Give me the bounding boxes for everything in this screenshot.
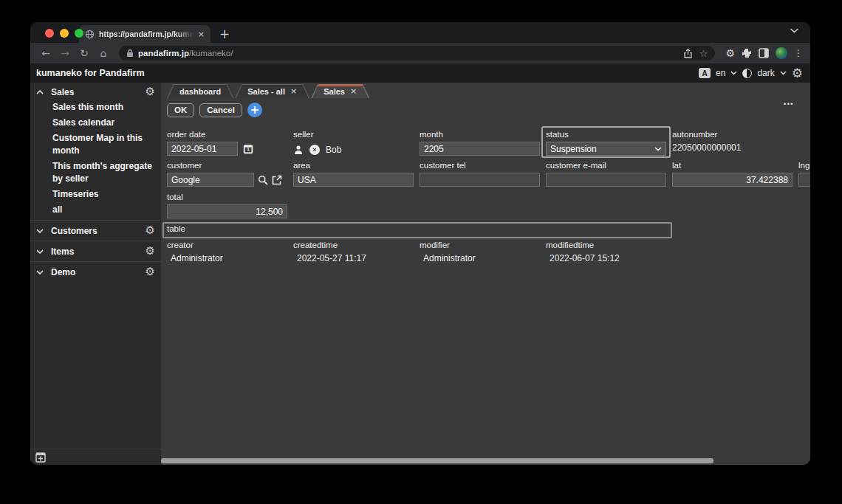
- address-bar[interactable]: pandafirm.jp/kumaneko/ ☆: [119, 46, 715, 61]
- field-total: total: [167, 193, 287, 218]
- theme-select[interactable]: dark: [757, 68, 774, 78]
- close-tab-icon[interactable]: ×: [290, 86, 297, 96]
- browser-window: https://pandafirm.jp/kumaneko × + ← → ↻ …: [30, 22, 810, 465]
- tab-dashboard[interactable]: dashboard: [167, 84, 233, 98]
- select-chevron-icon: [654, 147, 662, 151]
- browser-tabstrip: https://pandafirm.jp/kumaneko × +: [30, 22, 810, 43]
- zoom-window-button[interactable]: [75, 29, 83, 38]
- more-menu-icon[interactable]: •••: [784, 100, 794, 108]
- language-select[interactable]: en: [716, 68, 725, 78]
- forward-icon[interactable]: →: [57, 48, 73, 58]
- field-creator: creator Administrator: [167, 241, 287, 263]
- profile-avatar[interactable]: [776, 47, 787, 59]
- field-autonumber: autonumber 22050000000001: [672, 130, 793, 156]
- extensions-puzzle-icon[interactable]: [742, 48, 752, 58]
- remove-seller-icon[interactable]: ×: [309, 145, 320, 155]
- open-in-new-icon[interactable]: [272, 175, 282, 185]
- url-host: pandafirm.jp: [138, 49, 189, 58]
- sidebar-item-customer-map[interactable]: Customer Map in this month: [30, 131, 161, 159]
- field-customer-email: customer e-mail: [546, 161, 666, 187]
- table-label: table: [167, 224, 668, 235]
- add-record-button[interactable]: +: [247, 103, 262, 117]
- app-settings-gear-icon[interactable]: ⚙: [792, 67, 803, 80]
- browser-tab[interactable]: https://pandafirm.jp/kumaneko ×: [79, 25, 210, 43]
- customer-tel-input[interactable]: [420, 173, 540, 187]
- field-area: area: [293, 161, 414, 187]
- app-header: kumaneko for Pandafirm A en dark ⚙: [30, 63, 810, 83]
- customer-email-input[interactable]: [546, 173, 666, 187]
- reload-icon[interactable]: ↻: [76, 48, 92, 58]
- field-order-date: order date 1: [167, 130, 287, 156]
- extension-gear-icon[interactable]: ⚙: [725, 47, 735, 59]
- svg-text:1: 1: [247, 147, 250, 152]
- chevron-down-icon: [36, 249, 44, 254]
- field-modifier: modifier Administrator: [420, 241, 540, 263]
- language-icon: A: [699, 68, 711, 78]
- horizontal-scrollbar[interactable]: [161, 458, 810, 463]
- site-favicon-icon: [85, 30, 95, 39]
- sidebar-item-all[interactable]: all: [30, 202, 161, 218]
- order-date-input[interactable]: [167, 142, 238, 156]
- sidebar-item-timeseries[interactable]: Timeseries: [30, 187, 161, 202]
- sidebar-item-sales-this-month[interactable]: Sales this month: [30, 100, 161, 115]
- side-panel-icon[interactable]: [759, 48, 769, 58]
- chevron-up-icon: [36, 90, 44, 94]
- add-app-icon[interactable]: [35, 452, 46, 463]
- demo-gear-icon[interactable]: ⚙: [146, 266, 155, 277]
- chevron-down-icon: [36, 270, 44, 275]
- share-icon[interactable]: [684, 49, 692, 58]
- tab-sales[interactable]: Sales ×: [311, 84, 369, 98]
- close-tab-icon[interactable]: ×: [350, 86, 357, 96]
- sidebar-footer: [30, 449, 161, 465]
- main-content: dashboard Sales - all × Sales × OK Cance…: [161, 83, 810, 465]
- sidebar-item-sales-calendar[interactable]: Sales calendar: [30, 115, 161, 131]
- field-table-group[interactable]: table: [162, 222, 672, 238]
- month-input[interactable]: [420, 142, 540, 156]
- search-icon[interactable]: [258, 175, 268, 185]
- field-customer-tel: customer tel: [420, 161, 540, 187]
- app-title: kumaneko for Pandafirm: [36, 68, 145, 78]
- field-lat: lat: [672, 161, 793, 187]
- browser-menu-kebab-icon[interactable]: ⋮: [794, 48, 803, 58]
- url-text: pandafirm.jp/kumaneko/: [138, 49, 680, 58]
- tab-close-icon[interactable]: ×: [198, 30, 205, 38]
- lng-input[interactable]: [798, 173, 810, 187]
- theme-chevron-icon[interactable]: [780, 71, 787, 75]
- autonumber-value: 22050000000001: [672, 140, 793, 153]
- new-tab-button[interactable]: +: [219, 28, 230, 41]
- customer-input[interactable]: [167, 173, 254, 187]
- home-icon[interactable]: ⌂: [95, 48, 112, 58]
- lat-input[interactable]: [672, 173, 793, 187]
- sidebar-section-sales[interactable]: Sales ⚙: [30, 84, 161, 100]
- bookmark-star-icon[interactable]: ☆: [699, 48, 708, 59]
- record-form: order date 1 seller: [161, 118, 810, 263]
- sidebar-section-demo[interactable]: Demo ⚙: [30, 264, 161, 280]
- cancel-button[interactable]: Cancel: [199, 103, 242, 117]
- sales-gear-icon[interactable]: ⚙: [146, 86, 155, 97]
- modifiedtime-value: 2022-06-07 15:12: [546, 251, 666, 263]
- ok-button[interactable]: OK: [167, 103, 194, 117]
- app-tabbar: dashboard Sales - all × Sales ×: [167, 84, 810, 98]
- lock-icon: [126, 49, 134, 58]
- modifier-value: Administrator: [420, 251, 540, 263]
- status-select[interactable]: Suspension: [546, 142, 666, 156]
- back-icon[interactable]: ←: [38, 48, 54, 58]
- items-gear-icon[interactable]: ⚙: [146, 246, 155, 257]
- field-lng: lng: [798, 161, 810, 187]
- createdtime-value: 2022-05-27 11:17: [293, 251, 414, 263]
- tab-sales-all[interactable]: Sales - all ×: [235, 84, 309, 98]
- sidebar: Sales ⚙ Sales this month Sales calendar …: [30, 83, 161, 465]
- calendar-icon[interactable]: 1: [243, 144, 253, 154]
- close-window-button[interactable]: [45, 29, 54, 38]
- sidebar-section-customers[interactable]: Customers ⚙: [30, 223, 161, 238]
- field-createdtime: createdtime 2022-05-27 11:17: [293, 241, 414, 263]
- language-chevron-icon[interactable]: [730, 71, 737, 75]
- sidebar-item-month-aggregate[interactable]: This month's aggregate by seller: [30, 159, 161, 187]
- area-input[interactable]: [293, 173, 414, 187]
- customers-gear-icon[interactable]: ⚙: [146, 225, 155, 236]
- minimize-window-button[interactable]: [60, 29, 69, 38]
- scrollbar-thumb[interactable]: [161, 458, 713, 463]
- total-input[interactable]: [167, 204, 287, 218]
- tab-search-chevron-icon[interactable]: [790, 28, 798, 33]
- sidebar-section-items[interactable]: Items ⚙: [30, 244, 161, 259]
